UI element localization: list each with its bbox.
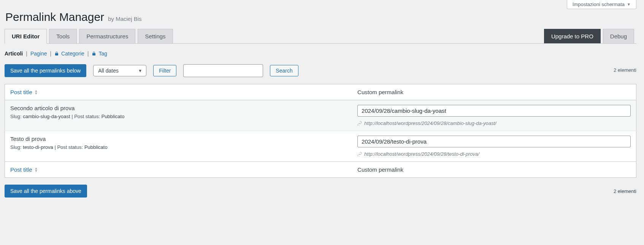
date-filter-select[interactable]: All dates ▼	[93, 65, 146, 76]
save-above-button[interactable]: Save all the permalinks above	[5, 185, 87, 198]
full-url: http://localhost/wordpress/2024/09/28/te…	[364, 151, 479, 157]
search-button[interactable]: Search	[270, 65, 298, 76]
sort-icon: ▲▼	[35, 167, 38, 172]
item-count-top: 2 elementi	[614, 67, 636, 73]
full-url: http://localhost/wordpress/2024/09/28/ca…	[364, 120, 496, 126]
post-title: Testo di prova	[10, 136, 347, 142]
column-label: Post title	[10, 166, 32, 173]
subtab-categorie[interactable]: Categorie	[61, 51, 84, 57]
column-label: Post title	[10, 89, 32, 95]
search-input[interactable]	[183, 64, 263, 77]
controls-top: Save all the permalinks below All dates …	[5, 64, 636, 77]
table-row: Testo di prova Slug: testo-di-prova | Po…	[5, 131, 636, 162]
lock-icon	[54, 51, 59, 56]
page-header: Permalink Manager by Maciej Bis	[5, 4, 636, 29]
status-label: Post status:	[57, 144, 83, 150]
link-icon	[357, 121, 362, 126]
tab-debug[interactable]: Debug	[603, 29, 634, 43]
tab-upgrade-pro[interactable]: Upgrade to PRO	[544, 29, 601, 43]
date-filter-value: All dates	[98, 68, 119, 74]
screen-options-toggle[interactable]: Impostazioni schermata ▼	[567, 0, 636, 9]
slug-value: testo-di-prova	[23, 144, 53, 150]
permalinks-table: Post title ▲▼ Custom permalink Secondo a…	[5, 84, 636, 178]
tab-label: Tools	[56, 33, 70, 40]
slug-value: cambio-slug-da-yoast	[23, 114, 70, 119]
column-footer-title[interactable]: Post title ▲▼	[10, 166, 347, 173]
tab-label: Permastructures	[86, 33, 128, 40]
slug-label: Slug:	[10, 114, 22, 119]
tab-label: Settings	[145, 33, 165, 40]
tab-permastructures[interactable]: Permastructures	[79, 29, 135, 43]
slug-label: Slug:	[10, 144, 22, 150]
page-byline: by Maciej Bis	[108, 16, 141, 22]
status-value: Pubblicato	[84, 144, 108, 150]
permalink-input[interactable]	[357, 105, 631, 117]
tab-settings[interactable]: Settings	[138, 29, 173, 43]
permalink-input[interactable]	[357, 136, 631, 147]
column-label: Custom permalink	[357, 89, 403, 95]
subtab-articoli[interactable]: Articoli	[5, 51, 23, 57]
controls-bottom: Save all the permalinks above 2 elementi	[5, 185, 636, 198]
table-row: Secondo articolo di prova Slug: cambio-s…	[5, 100, 636, 131]
link-icon	[357, 152, 362, 156]
sub-tabs: Articoli | Pagine | Categorie | Tag	[5, 51, 636, 57]
column-label: Custom permalink	[357, 166, 403, 173]
lock-icon	[92, 51, 96, 56]
column-header-title[interactable]: Post title ▲▼	[10, 89, 347, 95]
column-header-permalink: Custom permalink	[352, 84, 636, 100]
tab-label: Debug	[610, 33, 627, 40]
tab-tools[interactable]: Tools	[49, 29, 77, 43]
page-title: Permalink Manager	[5, 11, 104, 24]
filter-button[interactable]: Filter	[153, 65, 176, 76]
status-label: Post status:	[74, 114, 100, 119]
status-value: Pubblicato	[102, 114, 125, 119]
post-title: Secondo articolo di prova	[10, 105, 347, 111]
subtab-tag[interactable]: Tag	[98, 51, 107, 57]
nav-tabs: URI Editor Tools Permastructures Setting…	[5, 29, 636, 44]
item-count-bottom: 2 elementi	[614, 188, 636, 194]
chevron-down-icon: ▼	[138, 68, 142, 73]
subtab-pagine[interactable]: Pagine	[30, 51, 47, 57]
tab-uri-editor[interactable]: URI Editor	[5, 29, 47, 44]
save-below-button[interactable]: Save all the permalinks below	[5, 64, 86, 77]
chevron-down-icon: ▼	[627, 2, 631, 6]
tab-label: Upgrade to PRO	[551, 33, 593, 40]
sort-icon: ▲▼	[35, 90, 38, 95]
screen-options-label: Impostazioni schermata	[573, 2, 625, 7]
tab-label: URI Editor	[12, 33, 40, 40]
column-footer-permalink: Custom permalink	[352, 162, 636, 178]
